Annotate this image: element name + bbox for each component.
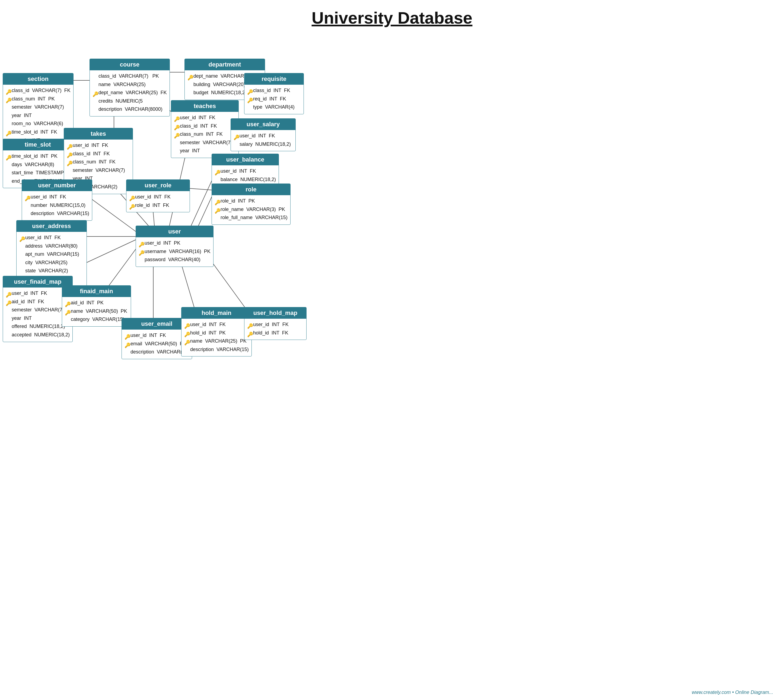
table-course: course class_id VARCHAR(7) PK name VARCH…	[89, 59, 170, 116]
table-section-header: section	[3, 73, 73, 85]
table-user-balance: user_balance 🔑user_id INT FK balance NUM…	[212, 154, 279, 187]
table-role-body: 🔑role_id INT PK 🔑role_name VARCHAR(3) PK…	[212, 195, 290, 225]
table-user-header: user	[136, 226, 213, 237]
table-user-salary-body: 🔑user_id INT FK salary NUMERIC(18,2)	[231, 130, 295, 151]
table-user-balance-body: 🔑user_id INT FK balance NUMERIC(18,2)	[212, 165, 278, 186]
table-finaid-main-header: finaid_main	[62, 286, 131, 297]
table-course-body: class_id VARCHAR(7) PK name VARCHAR(25) …	[90, 70, 170, 116]
table-user-number: user_number 🔑user_id INT FK number NUMER…	[22, 180, 92, 221]
table-user-salary-header: user_salary	[231, 119, 295, 130]
table-hold-main: hold_main 🔑user_id INT FK 🔑hold_id INT P…	[181, 307, 252, 357]
table-requisite-body: 🔑class_id INT FK 🔑req_id INT FK type VAR…	[244, 85, 303, 114]
table-course-header: course	[90, 59, 170, 70]
table-role: role 🔑role_id INT PK 🔑role_name VARCHAR(…	[212, 183, 290, 225]
table-hold-main-body: 🔑user_id INT FK 🔑hold_id INT PK 🔑name VA…	[181, 319, 252, 356]
table-user-balance-header: user_balance	[212, 154, 278, 165]
table-requisite-header: requisite	[244, 73, 303, 85]
table-teaches: teaches 🔑user_id INT FK 🔑class_id INT FK…	[171, 100, 239, 158]
page-title: University Database	[0, 0, 784, 33]
table-finaid-main: finaid_main 🔑aid_id INT PK 🔑name VARCHAR…	[62, 286, 131, 327]
table-user-hold-map-header: user_hold_map	[244, 307, 306, 319]
table-user-hold-map: user_hold_map 🔑user_id INT FK 🔑hold_id I…	[244, 307, 306, 340]
table-user-body: 🔑user_id INT PK 🔑username VARCHAR(16) PK…	[136, 237, 213, 267]
table-finaid-main-body: 🔑aid_id INT PK 🔑name VARCHAR(50) PK cate…	[62, 297, 131, 326]
table-user-number-header: user_number	[22, 180, 92, 191]
table-user-hold-map-body: 🔑user_id INT FK 🔑hold_id INT FK	[244, 319, 306, 340]
creately-logo: www.creately.com • Online Diagram...	[692, 690, 773, 695]
table-role-header: role	[212, 184, 290, 195]
table-takes-header: takes	[64, 128, 133, 140]
table-department-header: department	[185, 59, 265, 70]
table-user-role: user_role 🔑user_id INT FK 🔑role_id INT F…	[126, 180, 190, 212]
table-requisite: requisite 🔑class_id INT FK 🔑req_id INT F…	[244, 73, 304, 114]
table-hold-main-header: hold_main	[181, 307, 252, 319]
table-user-number-body: 🔑user_id INT FK number NUMERIC(15,0) des…	[22, 191, 92, 220]
table-time-slot-header: time_slot	[3, 139, 72, 150]
table-user-salary: user_salary 🔑user_id INT FK salary NUMER…	[231, 118, 296, 151]
table-user-address-header: user_address	[16, 220, 87, 232]
table-section: section 🔑class_id VARCHAR(7) FK 🔑class_n…	[3, 73, 74, 147]
table-section-body: 🔑class_id VARCHAR(7) FK 🔑class_num INT P…	[3, 85, 73, 147]
table-user-role-header: user_role	[127, 180, 189, 191]
table-teaches-header: teaches	[171, 101, 239, 112]
table-teaches-body: 🔑user_id INT FK 🔑class_id INT FK 🔑class_…	[171, 112, 239, 158]
diagram-area: course class_id VARCHAR(7) PK name VARCH…	[0, 33, 784, 695]
table-user-role-body: 🔑user_id INT FK 🔑role_id INT FK	[127, 191, 189, 212]
table-user: user 🔑user_id INT PK 🔑username VARCHAR(1…	[136, 226, 214, 267]
